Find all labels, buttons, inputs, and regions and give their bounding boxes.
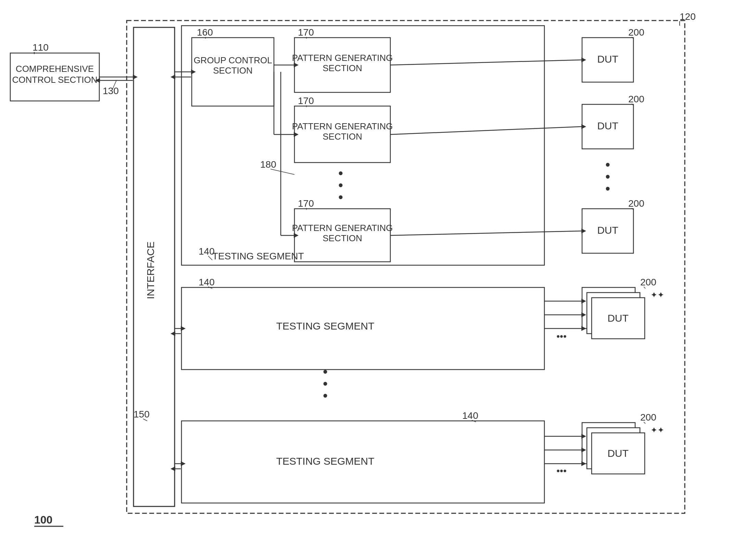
comprehensive-control-label-1: COMPREHENSIVE [16,64,94,74]
dut-label-4: DUT [607,312,629,324]
testing-seg-label-3: TESTING SEGMENT [276,455,375,467]
arrow-dots-3: ••• [556,465,566,476]
ref-170-1: 170 [298,27,314,38]
pattern-gen-label-2a: PATTERN GENERATING [292,121,393,131]
testing-seg-label-2: TESTING SEGMENT [276,320,375,332]
ref-200-1: 200 [628,27,644,38]
comprehensive-control-label-2: CONTROL SECTION [12,75,98,85]
dots-3: • [338,190,343,205]
dut-label-3: DUT [597,224,618,236]
ref-200-3: 200 [628,198,644,209]
arrow-dots-2: ••• [556,331,566,342]
ref-150: 150 [134,409,150,420]
seg-dots-3: • [323,388,328,403]
group-control-label-2: SECTION [213,65,253,76]
dut5-dots: ✦✦ [651,425,664,435]
dut-dots-3: • [605,181,610,196]
ref-110: 110 [33,42,49,53]
pattern-gen-label-1a: PATTERN GENERATING [292,53,393,63]
ref-180: 180 [260,159,276,170]
ref-120: 120 [680,11,696,22]
ref-140-2: 140 [199,277,215,287]
interface-label: INTERFACE [145,242,156,299]
ref-200-5: 200 [640,412,656,423]
dut4-dots: ✦✦ [651,290,664,299]
ref-170-2: 170 [298,95,314,106]
dut-label-2: DUT [597,120,618,131]
ref-160: 160 [197,27,213,38]
pattern-gen-label-3b: SECTION [323,233,362,243]
ref-140-1: 140 [199,246,215,257]
group-control-label-1: GROUP CONTROL [193,55,272,65]
dut-label-1: DUT [597,53,618,65]
pattern-gen-label-2b: SECTION [323,131,362,142]
ref-200-2: 200 [628,94,644,104]
pattern-gen-label-1b: SECTION [323,63,362,73]
ref-170-3: 170 [298,198,314,209]
ref-200-4: 200 [640,277,656,287]
ref-130: 130 [103,86,119,96]
diagram-container: 120 INTERFACE COMPREHENSIVE CONTROL SECT… [0,0,756,541]
pattern-gen-label-3a: PATTERN GENERATING [292,223,393,233]
testing-seg-label-1: TESTING SEGMENT [212,251,304,261]
ref-140-3: 140 [462,410,478,421]
dut-label-5: DUT [607,448,629,459]
ref-100: 100 [34,514,52,526]
